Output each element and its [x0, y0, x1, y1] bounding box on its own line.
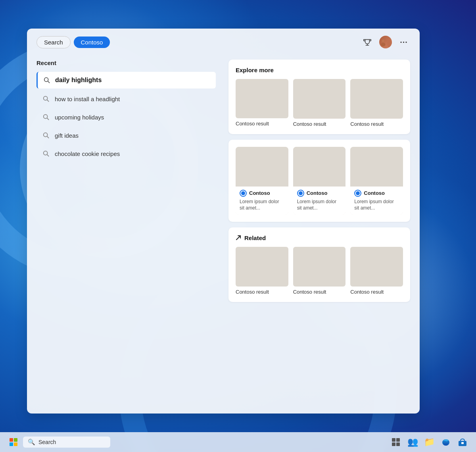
- source-name-2: Contoso: [364, 190, 385, 196]
- recent-item-text-1: upcoming holidays: [55, 114, 104, 121]
- source-icon-1: [297, 190, 304, 197]
- article-source-row-0: Contoso: [240, 190, 284, 197]
- explore-result-2[interactable]: Contoso result: [350, 79, 403, 127]
- article-card-2[interactable]: Contoso Lorem ipsum dolor sit amet...: [350, 147, 403, 215]
- search-icon-3: [42, 150, 50, 158]
- article-thumb-1: [293, 147, 346, 187]
- recent-item-3[interactable]: chocolate cookie recipes: [36, 145, 216, 162]
- article-source-row-1: Contoso: [297, 190, 342, 197]
- svg-line-12: [236, 236, 240, 240]
- more-options-btn[interactable]: ···: [397, 36, 410, 48]
- svg-rect-16: [396, 442, 400, 446]
- related-label-2: Contoso result: [350, 289, 403, 295]
- recent-item-text-0: how to install a headlight: [55, 96, 120, 102]
- store-btn[interactable]: [455, 435, 470, 449]
- related-title: Related: [244, 235, 266, 241]
- header-icons: ···: [361, 36, 410, 48]
- taskbar-search-bar[interactable]: 🔍 Search: [23, 437, 110, 448]
- svg-point-10: [44, 151, 48, 155]
- svg-rect-15: [392, 442, 395, 446]
- windows-logo-icon: [10, 438, 17, 446]
- explore-thumb-2: [350, 79, 403, 119]
- source-icon-inner-1: [299, 191, 303, 195]
- recent-item-0[interactable]: how to install a headlight: [36, 90, 216, 108]
- more-dots-icon: ···: [400, 38, 408, 47]
- svg-rect-14: [396, 438, 400, 442]
- related-title-row: Related: [236, 235, 403, 241]
- source-icon-inner-2: [356, 191, 360, 195]
- svg-rect-19: [461, 442, 464, 444]
- teams-btn[interactable]: 👥: [405, 435, 420, 449]
- trophy-icon: [363, 38, 372, 46]
- svg-point-0: [382, 40, 384, 42]
- search-panel: Search Contoso: [27, 29, 420, 414]
- taskview-btn[interactable]: [389, 435, 403, 449]
- explore-title: Explore more: [236, 67, 403, 73]
- related-thumb-2: [350, 247, 403, 287]
- recent-item-1[interactable]: upcoming holidays: [36, 108, 216, 126]
- edge-btn[interactable]: [439, 435, 453, 449]
- svg-line-3: [48, 81, 50, 83]
- windows-start-button[interactable]: [6, 435, 21, 449]
- trophy-icon-btn[interactable]: [361, 36, 374, 48]
- related-thumb-0: [236, 247, 288, 286]
- avatar-icon: [379, 36, 387, 48]
- svg-point-2: [44, 78, 48, 82]
- articles-card: Contoso Lorem ipsum dolor sit amet...: [228, 140, 410, 222]
- svg-line-5: [47, 100, 49, 102]
- related-thumb-1: [293, 247, 346, 287]
- search-icon-0: [42, 95, 50, 103]
- file-explorer-btn[interactable]: 📁: [422, 435, 436, 449]
- recent-item-text-3: chocolate cookie recipes: [55, 150, 120, 157]
- search-icon-active: [43, 77, 50, 84]
- related-result-2[interactable]: Contoso result: [350, 247, 403, 295]
- store-icon: [458, 438, 467, 446]
- article-desc-2: Lorem ipsum dolor sit amet...: [354, 198, 399, 212]
- explore-result-0[interactable]: Contoso result: [236, 79, 288, 127]
- recent-label: Recent: [36, 60, 216, 66]
- search-icon-1: [42, 113, 50, 121]
- source-icon-0: [240, 190, 247, 197]
- article-desc-0: Lorem ipsum dolor sit amet...: [240, 198, 284, 212]
- svg-line-9: [47, 137, 49, 138]
- article-info-1: Contoso Lorem ipsum dolor sit amet...: [293, 187, 346, 215]
- article-desc-1: Lorem ipsum dolor sit amet...: [297, 198, 342, 212]
- article-source-row-2: Contoso: [354, 190, 399, 197]
- explore-label-1: Contoso result: [293, 121, 346, 127]
- source-name-0: Contoso: [249, 190, 270, 196]
- svg-point-1: [381, 43, 385, 46]
- article-card-0[interactable]: Contoso Lorem ipsum dolor sit amet...: [236, 147, 288, 215]
- active-search-item[interactable]: daily highlights: [36, 72, 216, 88]
- tab-search[interactable]: Search: [36, 36, 71, 48]
- related-label-0: Contoso result: [236, 289, 288, 295]
- explore-label-0: Contoso result: [236, 121, 288, 127]
- related-result-0[interactable]: Contoso result: [236, 247, 288, 295]
- article-thumb-0: [236, 147, 288, 187]
- explore-result-1[interactable]: Contoso result: [293, 79, 346, 127]
- svg-rect-13: [392, 438, 395, 442]
- related-label-1: Contoso result: [293, 289, 346, 295]
- article-thumb-2: [350, 147, 403, 187]
- related-card: Related Contoso result Contoso result Co…: [228, 227, 410, 302]
- sidebar: Recent daily highlights how to install a…: [27, 56, 225, 410]
- article-info-0: Contoso Lorem ipsum dolor sit amet...: [236, 187, 288, 215]
- source-name-1: Contoso: [307, 190, 328, 196]
- user-avatar[interactable]: [379, 36, 392, 48]
- search-icon-2: [42, 131, 50, 139]
- article-card-1[interactable]: Contoso Lorem ipsum dolor sit amet...: [293, 147, 346, 215]
- svg-line-11: [47, 155, 49, 157]
- explore-label-2: Contoso result: [350, 121, 403, 127]
- explore-results-grid: Contoso result Contoso result Contoso re…: [236, 79, 403, 127]
- recent-item-text-2: gift ideas: [55, 132, 79, 139]
- panel-header: Search Contoso: [27, 29, 420, 53]
- active-search-text: daily highlights: [55, 77, 102, 84]
- recent-item-2[interactable]: gift ideas: [36, 127, 216, 144]
- explore-thumb-0: [236, 79, 288, 118]
- taskview-icon: [392, 438, 400, 446]
- tab-contoso[interactable]: Contoso: [74, 37, 110, 48]
- related-result-1[interactable]: Contoso result: [293, 247, 346, 295]
- source-icon-inner-0: [241, 191, 245, 195]
- articles-grid: Contoso Lorem ipsum dolor sit amet...: [236, 147, 403, 215]
- panel-body: Recent daily highlights how to install a…: [27, 53, 420, 414]
- related-arrow-icon: [236, 235, 242, 241]
